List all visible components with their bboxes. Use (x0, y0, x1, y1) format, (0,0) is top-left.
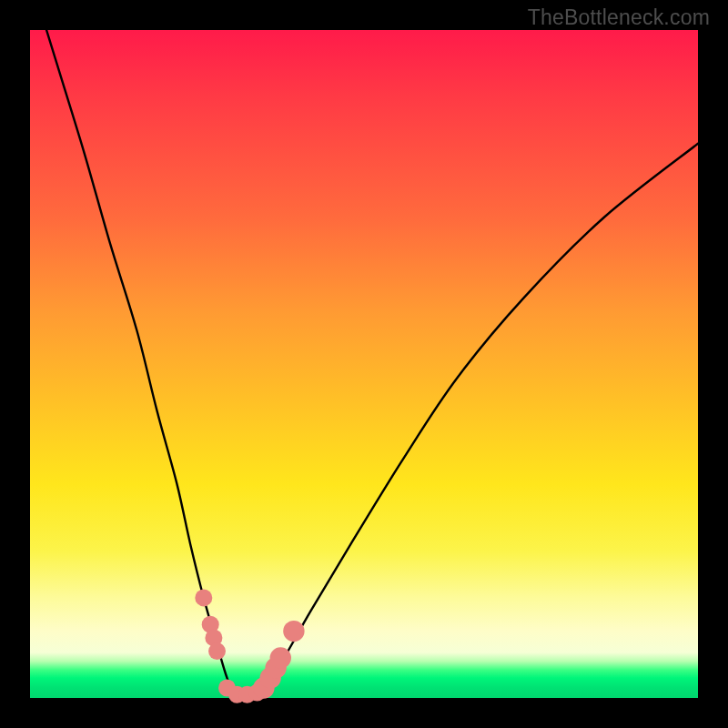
plot-area (30, 30, 698, 698)
curve-marker (283, 621, 304, 642)
attribution-label: TheBottleneck.com (528, 5, 710, 30)
chart-svg (30, 30, 698, 698)
curve-marker (208, 642, 226, 660)
curve-marker (195, 589, 212, 606)
bottleneck-curve (30, 0, 698, 700)
curve-marker (270, 647, 291, 668)
curve-markers (195, 589, 304, 703)
chart-frame: TheBottleneck.com (0, 0, 728, 728)
